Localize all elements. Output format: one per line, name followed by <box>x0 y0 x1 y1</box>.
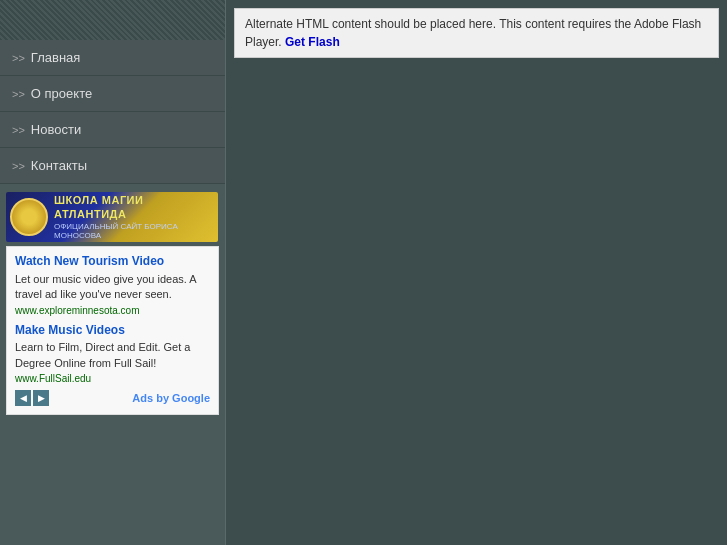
banner-image: ШКОЛА МАГИИ АТЛАНТИДА ОФИЦИАЛЬНЫЙ САЙТ Б… <box>6 192 218 242</box>
flash-notice: Alternate HTML content should be placed … <box>234 8 719 58</box>
ad-url-1: www.exploreminnesota.com <box>15 305 210 316</box>
chevron-icon: >> <box>12 160 25 172</box>
sidebar: >> Главная >> О проекте >> Новости >> Ко… <box>0 0 225 545</box>
chevron-icon: >> <box>12 124 25 136</box>
ad-title-1[interactable]: Watch New Tourism Video <box>15 253 210 270</box>
ad-title-2[interactable]: Make Music Videos <box>15 322 210 339</box>
sidebar-item-contacts[interactable]: >> Контакты <box>0 148 225 184</box>
ad-body-2: Learn to Film, Direct and Edit. Get a De… <box>15 340 210 371</box>
ad-item-1: Watch New Tourism Video Let our music vi… <box>15 253 210 316</box>
get-flash-link[interactable]: Get Flash <box>285 35 340 49</box>
sidebar-item-about[interactable]: >> О проекте <box>0 76 225 112</box>
nav-label-news: Новости <box>31 122 81 137</box>
sidebar-pattern <box>0 0 225 40</box>
ad-url-2: www.FullSail.edu <box>15 373 210 384</box>
chevron-icon: >> <box>12 52 25 64</box>
ads-by-google: Ads by Google <box>132 392 210 404</box>
main-content: Alternate HTML content should be placed … <box>225 0 727 545</box>
nav-menu: >> Главная >> О проекте >> Новости >> Ко… <box>0 40 225 184</box>
banner-text: ШКОЛА МАГИИ АТЛАНТИДА ОФИЦИАЛЬНЫЙ САЙТ Б… <box>54 193 214 241</box>
ads-next-button[interactable]: ▶ <box>33 390 49 406</box>
banner-title: ШКОЛА МАГИИ АТЛАНТИДА <box>54 193 214 222</box>
nav-label-home: Главная <box>31 50 80 65</box>
sidebar-item-home[interactable]: >> Главная <box>0 40 225 76</box>
google-label: Google <box>172 392 210 404</box>
ad-item-2: Make Music Videos Learn to Film, Direct … <box>15 322 210 385</box>
nav-label-about: О проекте <box>31 86 92 101</box>
ads-nav-buttons: ◀ ▶ <box>15 390 49 406</box>
ads-section: Watch New Tourism Video Let our music vi… <box>6 246 219 415</box>
chevron-icon: >> <box>12 88 25 100</box>
ads-by-label: Ads by <box>132 392 169 404</box>
ad-body-1: Let our music video give you ideas. A tr… <box>15 272 210 303</box>
ads-prev-button[interactable]: ◀ <box>15 390 31 406</box>
sidebar-banner[interactable]: ШКОЛА МАГИИ АТЛАНТИДА ОФИЦИАЛЬНЫЙ САЙТ Б… <box>0 192 225 242</box>
ads-footer: ◀ ▶ Ads by Google <box>15 388 210 408</box>
flash-content-area <box>234 66 719 526</box>
banner-subtitle: ОФИЦИАЛЬНЫЙ САЙТ БОРИСА МОНОСОВА <box>54 222 214 241</box>
banner-circle-icon <box>10 198 48 236</box>
nav-label-contacts: Контакты <box>31 158 87 173</box>
sidebar-item-news[interactable]: >> Новости <box>0 112 225 148</box>
